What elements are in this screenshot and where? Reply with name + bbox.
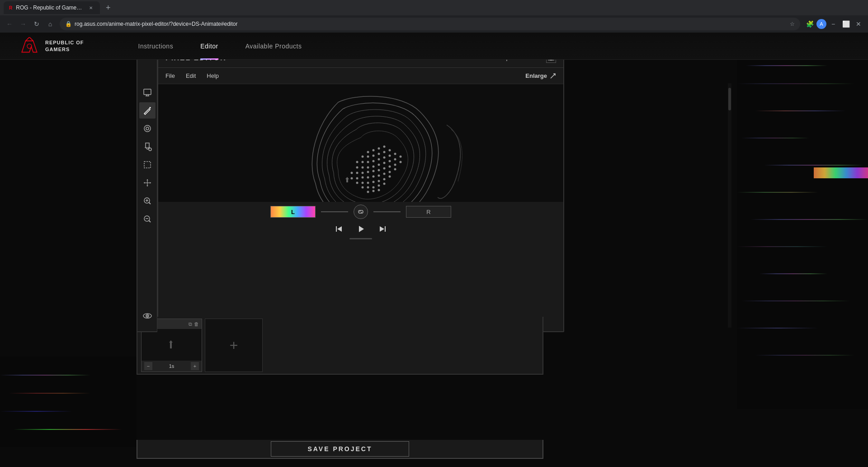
draw-tool-button[interactable] bbox=[139, 102, 156, 119]
frame-copy-icon[interactable]: ⧉ bbox=[189, 321, 192, 327]
new-tab-button[interactable]: + bbox=[102, 1, 114, 14]
svg-point-72 bbox=[373, 181, 375, 183]
address-bar: ← → ↻ ⌂ 🔒 rog.asus.com/anime-matrix-pixe… bbox=[0, 15, 868, 33]
tab-close-button[interactable]: ✕ bbox=[87, 4, 94, 11]
svg-point-68 bbox=[394, 168, 396, 171]
left-channel-button[interactable]: L bbox=[270, 206, 316, 218]
svg-point-6 bbox=[146, 127, 149, 130]
next-frame-button[interactable] bbox=[376, 223, 389, 235]
tab-bar: R ROG - Republic of Gamers | Glo... ✕ + bbox=[0, 0, 868, 15]
svg-point-20 bbox=[146, 315, 148, 317]
frame-01-icons: ⧉ 🗑 bbox=[189, 321, 199, 327]
channel-line-right bbox=[373, 211, 401, 212]
chain-icon bbox=[357, 208, 364, 215]
background-glitch-bottom bbox=[0, 357, 137, 447]
restore-button[interactable]: ⬜ bbox=[840, 18, 852, 30]
scrollbar-track bbox=[728, 83, 731, 328]
svg-point-82 bbox=[373, 190, 375, 192]
zoom-out-tool-button[interactable] bbox=[139, 211, 156, 227]
svg-point-83 bbox=[378, 189, 380, 191]
svg-rect-8 bbox=[144, 162, 151, 168]
svg-line-22 bbox=[552, 74, 555, 76]
frame-duration-decrease[interactable]: − bbox=[144, 362, 152, 370]
forward-button[interactable]: → bbox=[17, 18, 29, 30]
profile-button[interactable]: A bbox=[816, 19, 826, 29]
svg-point-50 bbox=[351, 172, 353, 174]
svg-point-69 bbox=[356, 182, 359, 184]
bookmark-icon[interactable]: ☆ bbox=[790, 21, 795, 27]
edit-menu[interactable]: Edit bbox=[186, 72, 196, 79]
svg-point-31 bbox=[383, 151, 386, 153]
lock-icon: 🔒 bbox=[65, 21, 72, 27]
chain-link-button[interactable] bbox=[354, 205, 368, 219]
move-icon bbox=[143, 178, 152, 187]
browser-tab[interactable]: R ROG - Republic of Gamers | Glo... ✕ bbox=[4, 1, 100, 14]
preview-tool-button[interactable] bbox=[139, 308, 156, 324]
nav-editor[interactable]: Editor bbox=[200, 43, 218, 50]
rog-nav-links: Instructions Editor Available Products bbox=[138, 43, 302, 50]
add-frame-button[interactable]: + bbox=[205, 319, 263, 372]
svg-point-73 bbox=[378, 180, 380, 182]
frame-delete-icon[interactable]: 🗑 bbox=[194, 321, 199, 327]
right-channel-button[interactable]: R bbox=[406, 206, 451, 218]
svg-point-62 bbox=[362, 176, 364, 179]
url-bar[interactable]: 🔒 rog.asus.com/anime-matrix-pixel-editor… bbox=[60, 18, 800, 30]
nav-available-products[interactable]: Available Products bbox=[245, 43, 302, 50]
play-button[interactable] bbox=[354, 223, 367, 235]
zoom-in-icon bbox=[143, 196, 152, 205]
svg-point-47 bbox=[389, 160, 391, 162]
help-menu[interactable]: Help bbox=[207, 72, 219, 79]
home-button[interactable]: ⌂ bbox=[44, 18, 56, 30]
enlarge-button[interactable]: Enlarge bbox=[525, 72, 556, 79]
menu-bar: File Edit Help Enlarge bbox=[158, 68, 563, 84]
shapes-tool-button[interactable] bbox=[139, 120, 156, 137]
nav-instructions[interactable]: Instructions bbox=[138, 43, 174, 50]
rog-navbar: REPUBLIC OF GAMERS Instructions Editor A… bbox=[0, 33, 868, 60]
file-menu[interactable]: File bbox=[165, 72, 175, 79]
svg-point-34 bbox=[362, 161, 364, 163]
enlarge-label: Enlarge bbox=[525, 72, 547, 79]
scrollbar-thumb[interactable] bbox=[728, 88, 731, 110]
minimize-button[interactable]: − bbox=[827, 18, 839, 30]
select-tool-button[interactable] bbox=[139, 157, 156, 173]
svg-point-51 bbox=[356, 172, 359, 174]
back-button[interactable]: ← bbox=[4, 18, 15, 30]
save-project-button[interactable]: SAVE PROJECT bbox=[271, 441, 409, 457]
add-frame-icon: + bbox=[230, 337, 238, 354]
svg-point-36 bbox=[373, 160, 375, 162]
svg-point-23 bbox=[367, 151, 369, 153]
left-channel-label: L bbox=[291, 209, 295, 215]
svg-point-32 bbox=[389, 149, 391, 152]
svg-point-80 bbox=[383, 183, 386, 185]
svg-point-39 bbox=[389, 155, 391, 157]
url-action-icons: ☆ bbox=[790, 21, 795, 27]
rog-logo-text: REPUBLIC OF GAMERS bbox=[45, 39, 84, 52]
svg-point-49 bbox=[400, 156, 402, 158]
extensions-button[interactable]: 🧩 bbox=[804, 18, 816, 30]
refresh-button[interactable]: ↻ bbox=[31, 18, 42, 30]
move-tool-button[interactable] bbox=[139, 175, 156, 191]
svg-point-65 bbox=[378, 175, 380, 177]
prev-frame-button[interactable] bbox=[333, 223, 345, 235]
url-text: rog.asus.com/anime-matrix-pixel-editor/?… bbox=[75, 21, 787, 27]
svg-point-59 bbox=[400, 161, 402, 163]
fill-tool-button[interactable] bbox=[139, 138, 156, 155]
drag-handle-bar bbox=[349, 238, 372, 239]
zoom-in-tool-button[interactable] bbox=[139, 193, 156, 209]
shapes-icon bbox=[143, 124, 152, 133]
background-glitch-right bbox=[737, 47, 868, 409]
svg-point-66 bbox=[383, 173, 386, 175]
svg-point-67 bbox=[389, 171, 391, 173]
display-tool-button[interactable] bbox=[139, 84, 156, 100]
svg-point-45 bbox=[378, 164, 380, 166]
navigation-buttons: ← → ↻ ⌂ bbox=[4, 18, 56, 30]
svg-point-55 bbox=[378, 169, 380, 172]
svg-point-41 bbox=[356, 167, 359, 169]
svg-point-70 bbox=[362, 182, 364, 184]
svg-point-27 bbox=[362, 156, 364, 158]
svg-point-61 bbox=[356, 177, 359, 180]
channel-line-left bbox=[321, 211, 348, 212]
drag-handle-area bbox=[158, 236, 563, 241]
frame-duration-increase[interactable]: + bbox=[191, 362, 199, 370]
close-button[interactable]: ✕ bbox=[853, 18, 864, 30]
